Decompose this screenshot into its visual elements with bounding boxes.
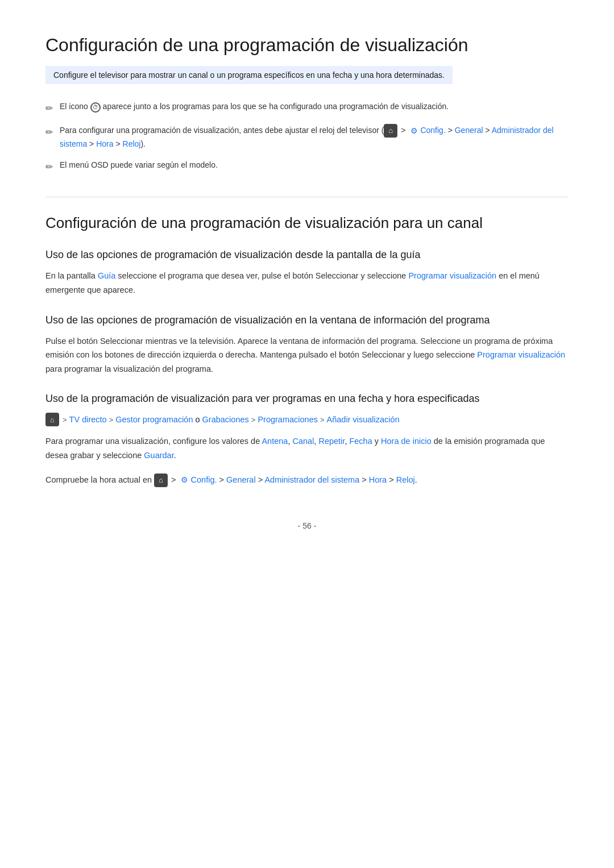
admin-link-check[interactable]: Administrador del sistema (264, 475, 359, 484)
hora-link-check[interactable]: Hora (369, 475, 387, 484)
subsection3-title: Uso de la programación de visualización … (45, 393, 569, 405)
anadir-viz-link[interactable]: Añadir visualización (327, 415, 400, 424)
fecha-link[interactable]: Fecha (349, 437, 372, 446)
section1-title: Configuración de una programación de vis… (45, 214, 569, 232)
note-text-2: Para configurar una programación de visu… (60, 124, 569, 151)
hora-link-note[interactable]: Hora (96, 139, 113, 148)
subsection2-title: Uso de las opciones de programación de v… (45, 314, 569, 326)
programar-viz-link-1[interactable]: Programar visualización (408, 271, 496, 280)
gear-icon-check: ⚙ (179, 474, 191, 487)
page-number: - 56 - (45, 521, 569, 530)
repetir-link[interactable]: Repetir (318, 437, 345, 446)
canal-link[interactable]: Canal (292, 437, 314, 446)
subsection1-body: En la pantalla Guía seleccione el progra… (45, 269, 569, 297)
check-hora-text: Compruebe la hora actual en ⌂ > ⚙Config.… (45, 473, 569, 487)
note-item-1: ✏ El icono ⏱ aparece junto a los program… (45, 100, 569, 116)
reloj-link-check[interactable]: Reloj (396, 475, 415, 484)
nav-sep-3: > (251, 416, 256, 424)
grabaciones-link[interactable]: Grabaciones (202, 415, 249, 424)
nav-sep-1: > (63, 416, 67, 424)
pencil-icon-1: ✏ (45, 101, 53, 116)
note-item-3: ✏ El menú OSD puede variar según el mode… (45, 159, 569, 175)
nav-sep-2: > (109, 416, 114, 424)
reloj-link-note[interactable]: Reloj (123, 139, 141, 148)
home-icon-nav: ⌂ (45, 413, 59, 426)
config-link-note[interactable]: Config. (420, 126, 445, 135)
nav-or: o (195, 415, 200, 424)
general-link-check[interactable]: General (226, 475, 256, 484)
note-text-3: El menú OSD puede variar según el modelo… (60, 159, 218, 171)
home-icon-note: ⌂ (384, 124, 397, 138)
pencil-icon-2: ✏ (45, 125, 53, 140)
guardar-link[interactable]: Guardar (144, 451, 173, 460)
subsection1-title: Uso de las opciones de programación de v… (45, 249, 569, 261)
programar-viz-link-2[interactable]: Programar visualización (477, 350, 565, 359)
programaciones-link[interactable]: Programaciones (258, 415, 318, 424)
highlight-box: Configure el televisor para mostrar un c… (45, 66, 453, 84)
page-title: Configuración de una programación de vis… (45, 34, 569, 56)
config-link-check[interactable]: Config. (191, 475, 217, 484)
tv-directo-link[interactable]: TV directo (69, 415, 107, 424)
notes-list: ✏ El icono ⏱ aparece junto a los program… (45, 100, 569, 174)
nav-sep-4: > (320, 416, 325, 424)
hora-inicio-link[interactable]: Hora de inicio (381, 437, 432, 446)
gear-icon-note: ⚙ (408, 124, 420, 137)
pencil-icon-3: ✏ (45, 160, 53, 175)
general-link-note[interactable]: General (455, 126, 483, 135)
divider-1 (45, 197, 569, 197)
subsection3-body: Para programar una visualización, config… (45, 434, 569, 462)
note-text-1: El icono ⏱ aparece junto a los programas… (60, 100, 449, 113)
home-icon-check: ⌂ (154, 474, 168, 487)
antena-link[interactable]: Antena (262, 437, 288, 446)
guia-link[interactable]: Guía (98, 271, 115, 280)
subsection2-body: Pulse el botón Seleccionar mientras ve l… (45, 334, 569, 376)
gestor-link[interactable]: Gestor programación (115, 415, 193, 424)
nav-path-main: ⌂ > TV directo > Gestor programación o G… (45, 413, 569, 426)
note-item-2: ✏ Para configurar una programación de vi… (45, 124, 569, 151)
clock-icon: ⏱ (90, 102, 101, 113)
